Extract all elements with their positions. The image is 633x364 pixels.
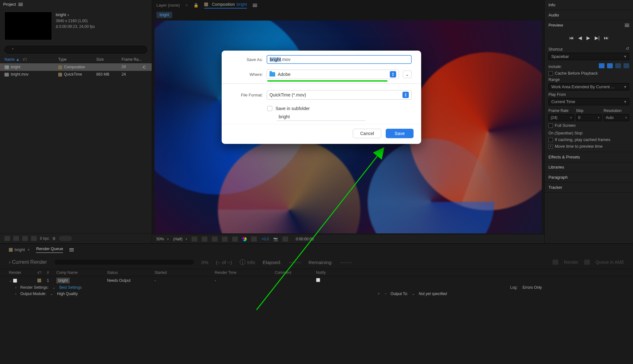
render-progress-bar: [54, 260, 194, 265]
audio-panel-header[interactable]: Audio: [545, 10, 633, 20]
expand-output-module[interactable]: ›: [15, 292, 16, 296]
loop-icon[interactable]: [624, 63, 629, 68]
preview-resolution-dropdown[interactable]: Auto: [604, 114, 629, 121]
log-value[interactable]: Errors Only: [522, 285, 542, 290]
lock-icon[interactable]: 🔒: [193, 3, 199, 8]
panel-menu-icon[interactable]: [18, 3, 23, 6]
range-dropdown[interactable]: Work Area Extended By Current ...: [548, 83, 629, 90]
playfrom-dropdown[interactable]: Current Time: [548, 98, 629, 105]
snapshot-icon[interactable]: 📷: [273, 237, 278, 241]
render-button[interactable]: Render: [564, 260, 579, 265]
save-in-subfolder-checkbox[interactable]: [267, 106, 272, 111]
toggle-transparency-icon[interactable]: [192, 237, 197, 242]
subfolder-name-input[interactable]: [277, 113, 365, 121]
tab-composition[interactable]: Composition bright: [204, 2, 247, 9]
onstop-cache-checkbox[interactable]: If caching, play cached frames: [548, 137, 629, 142]
header-framerate[interactable]: Frame Ra...: [122, 57, 147, 62]
remove-output-icon[interactable]: −: [384, 292, 387, 296]
header-name[interactable]: Name ▲ 🏷: [4, 57, 58, 62]
header-type[interactable]: Type: [58, 57, 96, 62]
expand-render-settings[interactable]: ›: [15, 285, 16, 290]
breadcrumb-chip[interactable]: bright: [156, 12, 172, 18]
add-output-icon[interactable]: ＋: [377, 291, 381, 296]
close-tab-icon[interactable]: ×: [28, 247, 30, 252]
render-item-checkbox[interactable]: [13, 279, 17, 283]
comp-panel-menu-icon[interactable]: [253, 4, 257, 7]
expand-dialog-button[interactable]: ⌄: [403, 71, 412, 78]
color-management-icon[interactable]: [242, 237, 247, 241]
zoom-dropdown[interactable]: 50%: [156, 237, 169, 241]
first-frame-button[interactable]: ⏮: [569, 35, 574, 41]
notify-checkbox[interactable]: [316, 278, 320, 282]
where-dropdown[interactable]: Adobe ▲▼: [267, 70, 399, 79]
tab-layer[interactable]: Layer (none): [156, 3, 180, 8]
next-frame-button[interactable]: ▶|: [595, 35, 600, 41]
rq-item-row[interactable]: ⌄ 1 bright Needs Output - -: [0, 276, 633, 285]
onstop-movetime-checkbox[interactable]: Move time to preview time: [548, 144, 629, 149]
project-panel: Project bright 3840 x 2160 (1,00) Δ 0:00…: [0, 0, 152, 244]
reset-exposure-icon[interactable]: [251, 237, 257, 242]
flowchart-icon[interactable]: ⑆: [143, 65, 145, 70]
resolution-dropdown[interactable]: (Half): [173, 237, 187, 241]
queue-in-ame-button[interactable]: Queue in AME: [596, 260, 624, 265]
output-module-value[interactable]: High Quality: [57, 292, 78, 296]
trash-icon[interactable]: 🗑: [52, 236, 56, 241]
play-button[interactable]: ▶: [586, 35, 590, 41]
effects-panel-header[interactable]: Effects & Presets: [545, 152, 633, 162]
output-to-value[interactable]: Not yet specified: [419, 292, 447, 296]
current-render-label[interactable]: Current Render: [9, 259, 47, 265]
rq-panel-menu-icon[interactable]: [69, 248, 74, 251]
exposure-value[interactable]: +0,0: [261, 237, 269, 241]
prev-frame-button[interactable]: ◀: [578, 35, 582, 41]
new-comp-icon[interactable]: [22, 236, 28, 241]
interpret-footage-icon[interactable]: [4, 236, 10, 241]
project-panel-title: Project: [3, 2, 16, 7]
tracker-panel-header[interactable]: Tracker: [545, 182, 633, 192]
filename-input[interactable]: bright.mov: [267, 55, 412, 64]
bpc-label[interactable]: 8 bpc: [40, 236, 49, 241]
composition-thumbnail[interactable]: [4, 12, 52, 40]
rq-headers: Render 🏷 # Comp Name Status Started Rend…: [0, 269, 633, 276]
timecode-display[interactable]: 0:00:00:00: [296, 237, 314, 241]
comp-swatch-icon: [37, 279, 41, 282]
reset-shortcut-icon[interactable]: ↺: [626, 46, 629, 51]
header-size[interactable]: Size: [96, 57, 122, 62]
include-video-icon[interactable]: [599, 63, 605, 68]
skip-dropdown[interactable]: 0: [576, 114, 602, 121]
paragraph-panel-header[interactable]: Paragraph: [545, 172, 633, 182]
info-panel-header[interactable]: Info: [545, 0, 633, 10]
libraries-panel-header[interactable]: Libraries: [545, 162, 633, 172]
search-toggle[interactable]: [59, 236, 72, 241]
file-format-dropdown[interactable]: QuickTime (*.mov) ▲▼: [267, 90, 412, 100]
save-button[interactable]: Save: [386, 129, 414, 138]
new-folder-icon[interactable]: [13, 236, 19, 241]
preview-panel-header[interactable]: Preview: [545, 20, 633, 30]
last-frame-button[interactable]: ⏭: [604, 35, 609, 41]
toggle-mask-icon[interactable]: [202, 237, 207, 242]
include-audio-icon[interactable]: [607, 63, 613, 68]
shortcut-dropdown[interactable]: Spacebar: [548, 53, 629, 60]
tab-render-queue[interactable]: Render Queue: [36, 246, 63, 253]
composition-meta: bright 3840 x 2160 (1,00) Δ 0:00:09:23, …: [56, 12, 95, 40]
guides-icon[interactable]: [232, 237, 238, 242]
project-search-input[interactable]: [4, 46, 147, 53]
project-row-comp[interactable]: bright Composition 24⑆: [0, 63, 152, 71]
render-settings-value[interactable]: Best Settings: [59, 285, 82, 290]
comp-name[interactable]: bright: [56, 12, 95, 18]
preview-menu-icon[interactable]: [625, 24, 629, 27]
cache-before-playback-checkbox[interactable]: Cache Before Playback: [548, 71, 629, 76]
save-in-subfolder-label[interactable]: Save in subfolder: [275, 106, 310, 111]
project-settings-icon[interactable]: [31, 236, 37, 241]
grid-icon[interactable]: [222, 237, 228, 242]
include-overlays-icon[interactable]: [615, 63, 621, 68]
fullscreen-checkbox[interactable]: Full Screen: [548, 123, 629, 128]
updown-icon[interactable]: ▲▼: [390, 71, 396, 77]
cancel-button[interactable]: Cancel: [353, 129, 381, 138]
render-info-button[interactable]: iInfo: [240, 259, 255, 265]
project-row-file[interactable]: bright.mov QuickTime 863 MB 24: [0, 71, 152, 78]
region-of-interest-icon[interactable]: [212, 237, 218, 242]
updown-icon[interactable]: ▲▼: [402, 92, 409, 98]
tab-timeline-bright[interactable]: bright: [9, 247, 25, 252]
framerate-dropdown[interactable]: (24): [548, 114, 574, 121]
show-snapshot-icon[interactable]: [282, 237, 288, 242]
